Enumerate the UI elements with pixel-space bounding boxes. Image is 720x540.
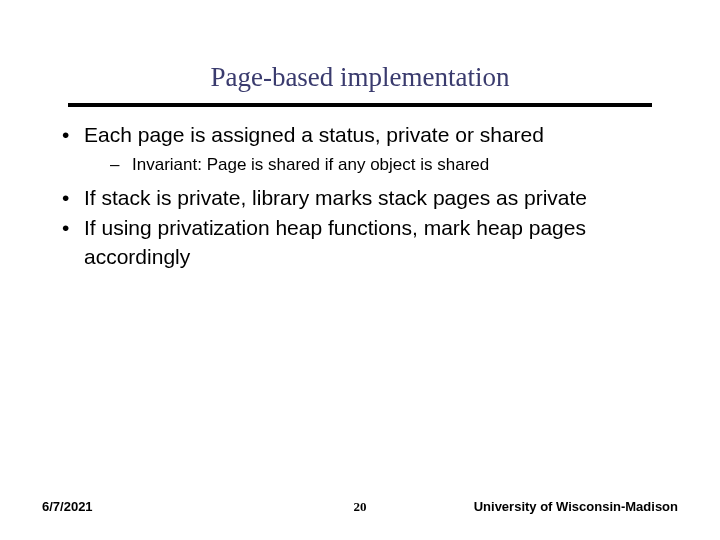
bullet-text: If using privatization heap functions, m… — [84, 216, 586, 267]
slide: Page-based implementation Each page is a… — [0, 0, 720, 540]
bullet-item: If using privatization heap functions, m… — [56, 214, 664, 271]
slide-footer: 6/7/2021 20 University of Wisconsin-Madi… — [0, 499, 720, 514]
slide-title: Page-based implementation — [0, 0, 720, 99]
sub-bullet-text: Invariant: Page is shared if any object … — [132, 155, 489, 174]
footer-page-number: 20 — [354, 499, 367, 515]
sub-bullet-list: Invariant: Page is shared if any object … — [84, 153, 664, 178]
bullet-item: If stack is private, library marks stack… — [56, 184, 664, 212]
footer-date: 6/7/2021 — [42, 499, 93, 514]
bullet-text: Each page is assigned a status, private … — [84, 123, 544, 146]
slide-body: Each page is assigned a status, private … — [0, 107, 720, 271]
bullet-list: Each page is assigned a status, private … — [56, 121, 664, 271]
bullet-item: Each page is assigned a status, private … — [56, 121, 664, 178]
bullet-text: If stack is private, library marks stack… — [84, 186, 587, 209]
footer-affiliation: University of Wisconsin-Madison — [474, 499, 678, 514]
sub-bullet-item: Invariant: Page is shared if any object … — [84, 153, 664, 178]
